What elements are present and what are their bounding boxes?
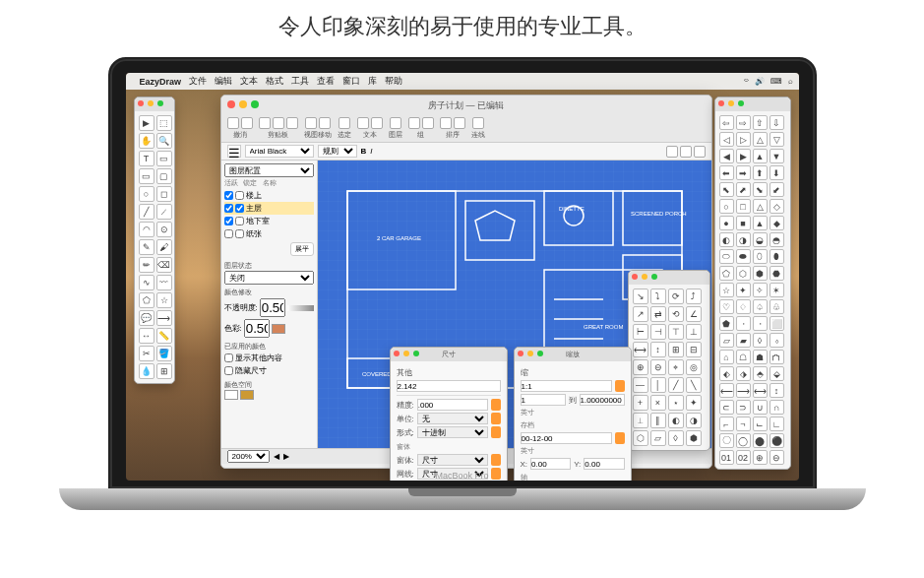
tool-spiral[interactable]: ⊙	[156, 222, 172, 237]
mark-shape[interactable]: ⊕	[633, 359, 648, 375]
mark-shape[interactable]: ⋆	[668, 395, 684, 411]
shape-button[interactable]: ⇧	[753, 115, 768, 130]
mark-shape[interactable]: ◑	[686, 413, 702, 428]
tb-undo[interactable]	[227, 117, 239, 129]
tool-text[interactable]: T	[139, 151, 154, 166]
tb-layers[interactable]	[390, 117, 401, 129]
mark-shape[interactable]: ×	[650, 395, 666, 411]
mark-shape[interactable]: ⬡	[633, 430, 648, 446]
shape-button[interactable]: ▽	[770, 132, 784, 147]
mark-shape[interactable]: ⟂	[633, 413, 648, 428]
tool-square[interactable]: ◻	[156, 186, 172, 202]
shape-button[interactable]: ⬢	[753, 266, 768, 281]
tool-oval[interactable]: ○	[139, 186, 154, 202]
shape-button[interactable]: ⚫	[770, 433, 784, 448]
tool-freehand[interactable]: 〰	[156, 275, 172, 290]
mark-shape[interactable]: ╱	[668, 377, 684, 393]
mark-shape[interactable]: │	[650, 377, 666, 393]
shape-button[interactable]: ▰	[736, 333, 751, 348]
shape-button[interactable]: ⬞	[736, 316, 751, 331]
shape-button[interactable]: ⊖	[770, 450, 784, 465]
other-value-input[interactable]	[397, 380, 501, 392]
shape-button[interactable]: ⟷	[753, 383, 768, 398]
shape-button[interactable]: ○	[719, 199, 734, 214]
shape-button[interactable]: ♢	[736, 299, 751, 314]
shape-button[interactable]: 01	[719, 450, 734, 465]
tb-front[interactable]	[440, 117, 452, 129]
mark-shape[interactable]: ✦	[686, 395, 702, 411]
menu-window[interactable]: 窗口	[342, 75, 360, 88]
shape-button[interactable]: ⬜	[770, 316, 784, 331]
scale-to-input[interactable]	[580, 394, 625, 406]
mark-shape[interactable]: ⬢	[686, 430, 702, 446]
shape-button[interactable]: ⌐	[719, 417, 734, 431]
tb-redo[interactable]	[241, 117, 253, 129]
shape-button[interactable]: ◒	[753, 232, 768, 247]
layer-row[interactable]: 楼上	[224, 189, 314, 202]
tool-callout[interactable]: 💬	[139, 310, 154, 326]
mark-shape[interactable]: ╲	[686, 377, 702, 393]
arrow-shape[interactable]: ↗	[633, 306, 648, 322]
shape-button[interactable]: ♡	[719, 299, 734, 314]
shape-button[interactable]: ⬝	[753, 316, 768, 331]
tool-eraser[interactable]: ⌫	[156, 257, 172, 273]
shape-button[interactable]: ◀	[719, 149, 734, 163]
layer-config-select[interactable]: 图层配置	[224, 163, 314, 177]
shape-button[interactable]: ✧	[753, 283, 768, 297]
menu-view[interactable]: 查看	[317, 75, 335, 88]
tb-zoom[interactable]	[319, 117, 331, 129]
shape-button[interactable]: ◊	[753, 333, 768, 348]
arrow-shape[interactable]: ⤴	[686, 289, 702, 304]
arrow-shape[interactable]: ⇄	[650, 306, 666, 322]
flatten-button[interactable]: 展平	[290, 242, 314, 256]
shape-button[interactable]: ◁	[719, 132, 734, 147]
stepper[interactable]	[615, 432, 625, 444]
tool-label[interactable]: ▭	[156, 151, 172, 166]
tool-pen[interactable]: ✎	[139, 239, 154, 255]
dim-shape[interactable]: ↕	[650, 342, 666, 357]
font-style-select[interactable]: 规则	[318, 145, 357, 158]
shape-button[interactable]: ⇦	[719, 115, 734, 130]
tool-crop[interactable]: ✂	[139, 346, 154, 361]
layer-row[interactable]: 主层	[224, 202, 314, 215]
shape-button[interactable]: ♤	[753, 299, 768, 314]
shape-button[interactable]: ◑	[736, 232, 751, 247]
layer-lock-check[interactable]	[235, 191, 244, 200]
next-page-icon[interactable]: ▶	[283, 452, 289, 461]
shape-button[interactable]: ⛫	[770, 350, 784, 364]
tool-line[interactable]: ╱	[139, 204, 154, 220]
menu-format[interactable]: 格式	[266, 75, 283, 88]
shape-button[interactable]: ☖	[736, 350, 751, 364]
tool-grid[interactable]: ⊞	[156, 363, 172, 379]
shape-button[interactable]: ⬊	[753, 182, 768, 197]
shape-button[interactable]: ⬈	[736, 182, 751, 197]
dim-shape[interactable]: ⊤	[668, 324, 684, 340]
form-select[interactable]: 十进制	[417, 426, 488, 438]
shape-button[interactable]: ◆	[770, 216, 784, 230]
shape-button[interactable]: ⬬	[736, 249, 751, 264]
menu-text[interactable]: 文本	[240, 75, 258, 88]
tool-roundrect[interactable]: ▢	[156, 168, 172, 184]
shape-button[interactable]: ∪	[753, 400, 768, 415]
shape-button[interactable]: ⬘	[753, 366, 768, 381]
shape-button[interactable]: ●	[719, 216, 734, 230]
x-input[interactable]	[530, 458, 571, 470]
dim-shape[interactable]: ⊞	[668, 342, 684, 357]
shape-button[interactable]: ⬮	[770, 249, 784, 264]
arrow-shape[interactable]: ⟲	[668, 306, 684, 322]
menu-help[interactable]: 帮助	[385, 75, 402, 88]
shape-button[interactable]: ⬯	[753, 249, 768, 264]
mark-shape[interactable]: ◐	[668, 413, 684, 428]
tool-dimension[interactable]: ↔	[139, 328, 154, 344]
shape-button[interactable]: ▷	[736, 132, 751, 147]
mark-shape[interactable]: ▱	[650, 430, 666, 446]
tool-hand[interactable]: ✋	[139, 133, 154, 149]
layer-state-select[interactable]: 关闭	[224, 271, 314, 285]
layer-row[interactable]: 纸张	[224, 227, 314, 240]
tool-fill[interactable]: 🪣	[156, 346, 172, 361]
color-input[interactable]	[244, 319, 270, 338]
shape-button[interactable]: ⊂	[719, 400, 734, 415]
shape-button[interactable]: ¬	[736, 417, 751, 431]
y-input[interactable]	[584, 458, 624, 470]
shape-button[interactable]: ⟵	[719, 383, 734, 398]
